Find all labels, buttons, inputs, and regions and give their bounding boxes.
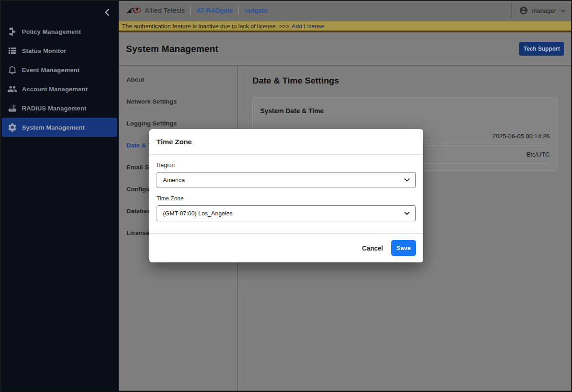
page: Policy Management Status Monitor Event M…	[0, 0, 572, 392]
time-zone-modal: Time Zone Region America Time Zone (GMT-…	[149, 129, 423, 262]
sidebar-item-policy-management[interactable]: Policy Management	[0, 22, 119, 41]
modal-title: Time Zone	[157, 138, 192, 146]
timezone-select[interactable]: (GMT-07:00) Los_Angeles	[157, 205, 416, 221]
timezone-select-wrap: (GMT-07:00) Los_Angeles	[157, 205, 416, 221]
account-circle-icon	[519, 6, 528, 15]
user-divider	[511, 3, 512, 18]
page-title: System Management	[126, 44, 218, 54]
sidebar-item-label: Policy Management	[22, 28, 81, 35]
hostname-link[interactable]: radgate	[244, 7, 268, 14]
sidebar-item-account-management[interactable]: Account Management	[0, 79, 119, 99]
timezone-value: Etc/UTC	[526, 151, 550, 158]
settings-heading: Date & Time Settings	[252, 76, 339, 86]
sidebar-collapse-button[interactable]	[102, 7, 112, 17]
brand-logo: Allied Telesis	[126, 5, 185, 16]
card-title: System Date & Time	[260, 107, 324, 115]
user-menu-button[interactable]: manager	[519, 6, 567, 15]
gear-icon	[7, 122, 17, 132]
save-button[interactable]: Save	[391, 240, 416, 256]
people-icon	[7, 84, 17, 94]
sidebar-item-system-management[interactable]: System Management	[2, 118, 117, 137]
sidebar-item-label: Status Monitor	[22, 47, 66, 54]
sidebar: Policy Management Status Monitor Event M…	[0, 0, 119, 392]
sidebar-item-label: Account Management	[22, 86, 88, 93]
page-title-bar: System Management Tech Support	[119, 32, 572, 66]
header-divider	[238, 5, 239, 16]
user-name: manager	[532, 7, 556, 14]
region-label: Region	[157, 162, 416, 168]
submenu-item-network-settings[interactable]: Network Settings	[119, 90, 237, 112]
sidebar-item-label: RADIUS Management	[22, 105, 86, 112]
license-banner-message: The authentication feature is inactive d…	[122, 23, 289, 30]
sidebar-item-status-monitor[interactable]: Status Monitor	[0, 41, 119, 60]
modal-footer: Cancel Save	[149, 233, 423, 262]
date-time-value: 2025-06-05 00:14:26	[493, 133, 550, 140]
modal-body: Region America Time Zone (GMT-07:00) Los…	[149, 155, 423, 221]
timezone-label: Time Zone	[157, 195, 416, 202]
sidebar-item-label: System Management	[22, 124, 85, 131]
cancel-button[interactable]: Cancel	[362, 245, 383, 252]
license-banner: The authentication feature is inactive d…	[119, 21, 572, 32]
sidebar-item-event-management[interactable]: Event Management	[0, 60, 119, 79]
header-divider	[190, 5, 191, 16]
region-select[interactable]: America	[157, 172, 416, 188]
sidebar-nav: Policy Management Status Monitor Event M…	[0, 22, 119, 137]
sidebar-item-label: Event Management	[22, 67, 79, 73]
chevron-down-icon	[560, 7, 567, 14]
bell-icon	[7, 65, 17, 75]
brand-name: Allied Telesis	[145, 7, 185, 14]
sidebar-item-radius-management[interactable]: RADIUS Management	[0, 99, 119, 118]
tech-support-button[interactable]: Tech Support	[519, 42, 564, 56]
policy-icon	[7, 26, 17, 37]
modal-header: Time Zone	[149, 129, 423, 155]
list-icon	[7, 46, 17, 56]
add-license-link[interactable]: Add License	[292, 23, 325, 30]
user-area: manager	[511, 3, 572, 18]
product-link[interactable]: AT-RADgate	[196, 7, 233, 14]
chevron-left-icon	[102, 7, 112, 17]
top-header: Allied Telesis AT-RADgate radgate manage…	[119, 0, 572, 21]
router-icon	[7, 103, 17, 113]
region-select-wrap: America	[157, 172, 416, 188]
allied-telesis-mark-icon	[126, 5, 142, 16]
submenu-item-about[interactable]: About	[119, 68, 237, 90]
